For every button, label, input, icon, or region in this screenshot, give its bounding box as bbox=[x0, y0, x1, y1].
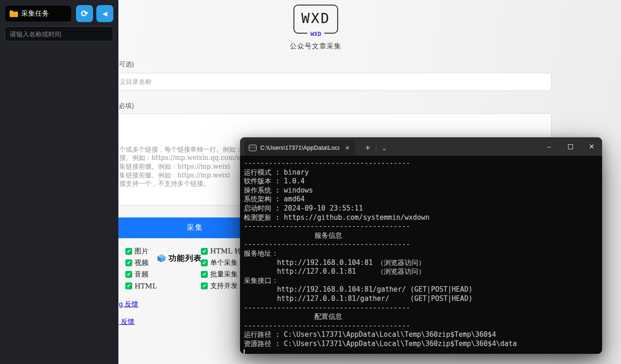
checkbox-checked-icon: ✓ bbox=[201, 259, 208, 266]
checkbox-checked-icon: ✓ bbox=[201, 271, 208, 278]
back-triangle-icon: ◀ bbox=[103, 10, 107, 17]
checkbox-checked-icon: ✓ bbox=[201, 282, 208, 289]
feature-column-media: ✓ 图片 ✓ 视频 ✓ 音频 ✓ HTML bbox=[125, 246, 157, 292]
terminal-cursor bbox=[244, 349, 245, 354]
feature-label: 支持并发 bbox=[210, 282, 238, 290]
checkbox-checked-icon: ✓ bbox=[125, 271, 132, 278]
refresh-icon: ⟳ bbox=[81, 8, 88, 19]
refresh-button[interactable]: ⟳ bbox=[76, 5, 93, 22]
maximize-button[interactable] bbox=[560, 137, 581, 156]
console-icon: c:\ bbox=[249, 145, 257, 151]
feature-label: 单个采集 bbox=[210, 258, 238, 267]
feature-checkbox-item[interactable]: ✓ 视频 bbox=[125, 257, 157, 269]
checkbox-checked-icon: ✓ bbox=[125, 248, 132, 255]
logo-caption: WXD bbox=[293, 29, 338, 38]
cube-icon bbox=[157, 253, 166, 263]
task-header-label: 采集任务 bbox=[21, 9, 49, 18]
terminal-window: c:\ C:\Users\17371\AppData\Loca ✕ + ⌄ – … bbox=[240, 137, 602, 354]
feature-checkbox-item[interactable]: ✓ 图片 bbox=[125, 246, 157, 257]
terminal-body[interactable]: ----------------------------------------… bbox=[240, 156, 602, 354]
feature-list-heading: 功能列表 bbox=[157, 253, 202, 264]
feature-label: 音频 bbox=[135, 270, 148, 279]
sidebar: 采集任务 ⟳ ◀ bbox=[0, 0, 118, 364]
feature-label: HTML bbox=[135, 282, 157, 290]
maximize-icon bbox=[568, 144, 573, 149]
checkbox-checked-icon: ✓ bbox=[125, 282, 132, 289]
terminal-tab[interactable]: c:\ C:\Users\17371\AppData\Loca ✕ bbox=[244, 140, 355, 156]
tab-close-icon[interactable]: ✕ bbox=[343, 144, 352, 152]
logo-text: WXD bbox=[301, 10, 330, 28]
tab-divider bbox=[376, 144, 376, 152]
feedback-link-2[interactable]: 反馈 bbox=[119, 317, 135, 326]
terminal-titlebar[interactable]: c:\ C:\Users\17371\AppData\Loca ✕ + ⌄ – … bbox=[240, 137, 602, 156]
feature-label: 图片 bbox=[135, 247, 148, 256]
feature-label: 批量采集 bbox=[210, 270, 238, 279]
feature-label: 视频 bbox=[135, 258, 148, 267]
terminal-output: ----------------------------------------… bbox=[244, 159, 602, 348]
page-title: 公众号文章采集 bbox=[258, 42, 373, 51]
new-tab-button[interactable]: + bbox=[362, 140, 374, 156]
directory-name-input[interactable]: 义目录名称 bbox=[46, 73, 551, 91]
directory-label: 可选) bbox=[119, 60, 134, 69]
checkbox-checked-icon: ✓ bbox=[125, 259, 132, 266]
feature-label: HTML 转 bbox=[210, 247, 241, 256]
terminal-tab-title: C:\Users\17371\AppData\Loca bbox=[260, 145, 340, 151]
feature-checkbox-item[interactable]: ✓ 音频 bbox=[125, 269, 157, 280]
tab-dropdown-button[interactable]: ⌄ bbox=[378, 140, 391, 156]
folder-icon bbox=[9, 10, 18, 17]
feature-checkbox-item[interactable]: ✓ HTML bbox=[125, 280, 157, 292]
links-label: 必填) bbox=[119, 102, 134, 110]
close-button[interactable]: ✕ bbox=[581, 137, 602, 156]
minimize-button[interactable]: – bbox=[539, 137, 560, 156]
checkbox-checked-icon: ✓ bbox=[201, 248, 208, 255]
collapse-button[interactable]: ◀ bbox=[96, 5, 113, 22]
feedback-link-1[interactable]: g 反馈 bbox=[119, 300, 139, 309]
task-search-input[interactable] bbox=[5, 26, 113, 41]
feature-list-title: 功能列表 bbox=[169, 253, 202, 264]
directory-input-placeholder: 义目录名称 bbox=[119, 78, 152, 86]
task-header[interactable]: 采集任务 bbox=[5, 5, 72, 22]
window-controls: – ✕ bbox=[539, 137, 602, 156]
